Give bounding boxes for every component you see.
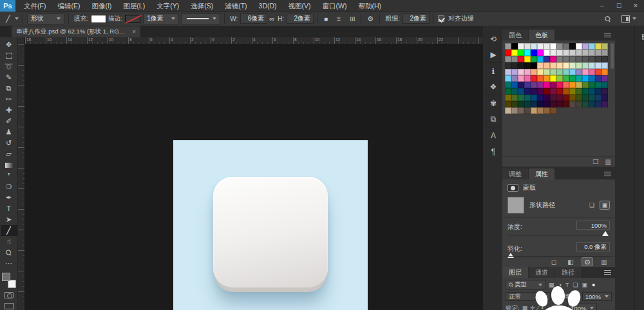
color-swatch[interactable] — [550, 56, 556, 62]
clone-source-icon[interactable]: ⧉ — [484, 111, 502, 127]
density-slider-track[interactable] — [507, 235, 610, 235]
color-swatch[interactable] — [601, 43, 608, 50]
color-swatch[interactable] — [544, 88, 550, 95]
color-swatch[interactable] — [505, 69, 511, 75]
color-swatch[interactable] — [524, 82, 531, 88]
menu-item[interactable]: 3D(D) — [253, 0, 283, 12]
window-control-button[interactable]: ─ — [594, 0, 611, 12]
color-swatch[interactable] — [589, 43, 595, 50]
color-swatch[interactable] — [511, 95, 518, 101]
color-swatch[interactable] — [537, 56, 544, 62]
color-swatch[interactable] — [531, 62, 537, 69]
thickness-field[interactable]: 2像素 — [402, 14, 430, 24]
color-swatch[interactable] — [518, 101, 524, 107]
quick-selection-tool[interactable]: ✎ — [1, 72, 17, 83]
color-swatch[interactable] — [601, 82, 608, 88]
filter-toggle-icon[interactable]: ● — [592, 282, 595, 288]
color-swatch[interactable] — [550, 69, 556, 75]
color-swatch[interactable] — [518, 69, 524, 75]
color-swatch[interactable] — [511, 43, 518, 50]
color-swatch[interactable] — [595, 75, 601, 82]
color-swatch[interactable] — [524, 88, 531, 95]
paragraph-icon[interactable]: ¶ — [484, 143, 502, 160]
history-brush-tool[interactable]: ↺ — [1, 138, 17, 149]
tool-presets-icon[interactable]: ❖ — [484, 79, 502, 95]
color-swatch[interactable] — [556, 56, 563, 62]
color-swatch[interactable] — [563, 56, 569, 62]
menu-item[interactable]: 窗口(W) — [317, 0, 353, 12]
color-swatch[interactable] — [550, 43, 556, 50]
mask-selection-icon[interactable]: ◻ — [548, 257, 560, 266]
color-swatch[interactable] — [569, 101, 576, 107]
color-swatch[interactable] — [505, 50, 511, 56]
color-swatch[interactable] — [595, 56, 601, 62]
vector-mask-button[interactable]: ▣ — [600, 201, 610, 210]
color-swatch[interactable] — [505, 56, 511, 62]
color-swatch[interactable] — [582, 88, 589, 95]
path-operations-icon[interactable]: ■ — [322, 15, 330, 23]
menu-item[interactable]: 文件(F) — [18, 0, 52, 12]
color-swatch[interactable] — [589, 82, 595, 88]
color-swatch[interactable] — [582, 56, 589, 62]
color-swatch[interactable] — [505, 107, 511, 114]
invert-mask-icon[interactable]: ◧ — [565, 257, 576, 266]
filter-shape-layers-icon[interactable]: ❏ — [573, 282, 578, 288]
pen-tool[interactable]: ✒ — [1, 192, 17, 203]
color-swatch[interactable] — [569, 95, 576, 101]
height-field[interactable]: 2像素 — [287, 14, 314, 24]
layer-mask-button[interactable]: ❏ — [587, 201, 597, 210]
color-swatch[interactable] — [556, 43, 563, 50]
density-value-field[interactable]: 100% — [576, 221, 610, 230]
color-swatch[interactable] — [576, 95, 582, 101]
color-swatch[interactable] — [544, 43, 550, 50]
line-tool[interactable]: ╱ — [1, 225, 17, 236]
color-swatch[interactable] — [556, 95, 563, 101]
type-tool[interactable]: T — [1, 203, 17, 214]
workspace-switcher-icon[interactable] — [621, 15, 630, 23]
color-swatch[interactable] — [601, 75, 608, 82]
filter-pixel-layers-icon[interactable]: ▦ — [549, 282, 554, 288]
color-swatch[interactable] — [563, 82, 569, 88]
color-swatch[interactable] — [556, 101, 563, 107]
density-slider-thumb[interactable] — [602, 231, 609, 236]
color-swatch[interactable] — [589, 75, 595, 82]
character-icon[interactable]: A — [484, 127, 502, 143]
color-swatch[interactable] — [544, 107, 550, 114]
document-tab[interactable]: 串讲八作业.psd @ 62.1% (形状 1, RGB/8#) * × — [12, 26, 140, 37]
color-swatch[interactable] — [582, 62, 589, 69]
lasso-tool[interactable]: ➰ — [1, 61, 17, 72]
color-swatch[interactable] — [576, 56, 582, 62]
color-swatch[interactable] — [556, 62, 563, 69]
color-swatch[interactable] — [518, 95, 524, 101]
width-field[interactable]: 6像素 — [240, 14, 267, 24]
color-swatch[interactable] — [601, 56, 608, 62]
color-swatch[interactable] — [563, 88, 569, 95]
color-swatch[interactable] — [518, 50, 524, 56]
new-swatch-icon[interactable]: ❐ — [593, 158, 599, 165]
blur-tool[interactable]: ❜ — [1, 170, 17, 181]
color-swatch[interactable] — [537, 82, 544, 88]
color-swatch[interactable] — [505, 82, 511, 88]
color-swatch[interactable] — [511, 107, 518, 114]
color-swatch[interactable] — [595, 62, 601, 69]
quick-mask-button[interactable] — [4, 292, 14, 298]
screen-mode-button[interactable] — [5, 303, 14, 309]
color-swatch[interactable] — [582, 101, 589, 107]
layer-filter-dropdown[interactable]: Ϙ 类型 — [506, 280, 545, 289]
gear-icon[interactable]: ⚙ — [365, 15, 375, 23]
color-swatch[interactable] — [544, 101, 550, 107]
color-swatch[interactable] — [518, 107, 524, 114]
panel-tab[interactable]: 颜色 — [502, 30, 528, 41]
color-swatch[interactable] — [531, 101, 537, 107]
color-swatch[interactable] — [569, 82, 576, 88]
path-align-icon[interactable]: ≡ — [335, 15, 343, 23]
spot-healing-brush-tool[interactable]: ✚ — [1, 105, 17, 116]
trash-icon[interactable]: ▥ — [605, 158, 611, 165]
color-swatch[interactable] — [537, 43, 544, 50]
color-swatch[interactable] — [576, 75, 582, 82]
crop-tool[interactable]: ⧉ — [1, 83, 17, 94]
path-arrange-icon[interactable]: ⊞ — [348, 15, 357, 23]
fill-color-swatch[interactable] — [91, 15, 106, 23]
color-swatch[interactable] — [576, 88, 582, 95]
color-swatch[interactable] — [505, 75, 511, 82]
